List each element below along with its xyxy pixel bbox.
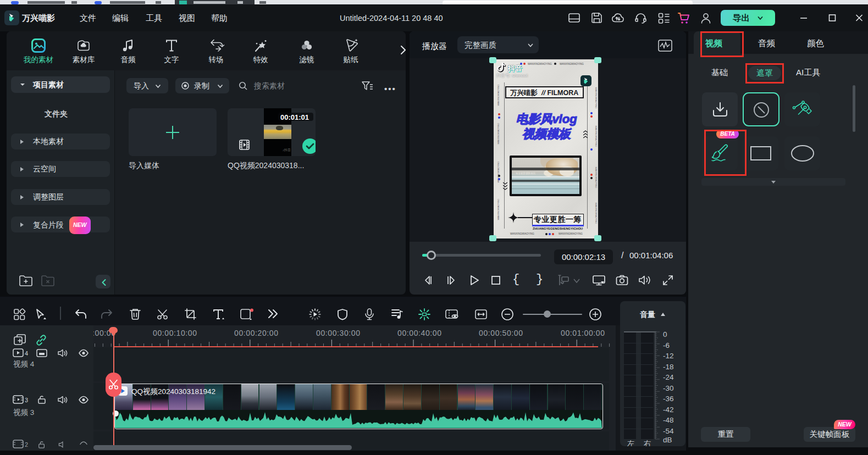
svg-text:2: 2	[25, 441, 28, 448]
svg-text:4: 4	[25, 350, 28, 357]
svg-text:3: 3	[25, 397, 28, 403]
